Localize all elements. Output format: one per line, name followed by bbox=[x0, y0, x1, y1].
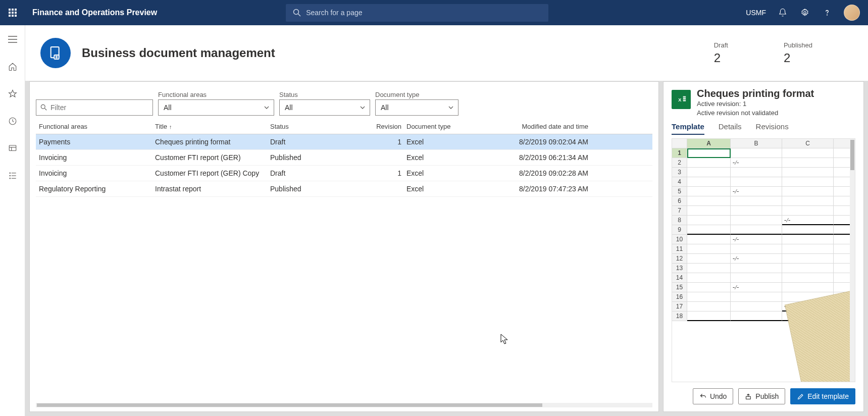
cell-status: Draft bbox=[270, 169, 361, 177]
grid-header: Functional areas Title↑ Status Revision … bbox=[36, 119, 652, 134]
search-icon bbox=[293, 9, 301, 17]
svg-line-22 bbox=[44, 108, 46, 110]
side-panel: X Cheques printing format Active revisio… bbox=[663, 81, 864, 412]
filter-icon bbox=[40, 104, 47, 111]
filter-fa-value: All bbox=[164, 103, 172, 112]
table-row[interactable]: InvoicingCustomer FTI report (GER)Publis… bbox=[36, 150, 652, 166]
cell-title: Cheques printing format bbox=[155, 138, 270, 146]
hamburger-icon[interactable] bbox=[5, 31, 21, 47]
gear-icon[interactable] bbox=[799, 7, 810, 18]
svg-rect-25 bbox=[683, 96, 686, 98]
tab-revisions[interactable]: Revisions bbox=[756, 122, 789, 135]
svg-text:X: X bbox=[678, 97, 682, 102]
publish-button[interactable]: Publish bbox=[738, 388, 785, 404]
svg-point-3 bbox=[827, 15, 828, 15]
filter-functional-areas: Functional areas All bbox=[158, 91, 274, 116]
cell-revision: 1 bbox=[361, 169, 406, 177]
top-navbar: Finance and Operations Preview USMF bbox=[0, 0, 868, 25]
stat-draft[interactable]: Draft 2 bbox=[714, 41, 728, 65]
grid-body: PaymentsCheques printing formatDraft1Exc… bbox=[36, 134, 652, 403]
side-sub2: Active revision not validated bbox=[697, 109, 814, 118]
sheet-preview[interactable]: ABCD12-/-345-/-678-/-910-/-1112-/-131415… bbox=[672, 138, 855, 382]
filter-text[interactable] bbox=[50, 103, 148, 112]
side-sub1: Active revision: 1 bbox=[697, 99, 814, 109]
tab-template[interactable]: Template bbox=[672, 122, 704, 135]
filter-status-select[interactable]: All bbox=[279, 99, 370, 116]
cell-doctype: Excel bbox=[406, 153, 492, 162]
table-row[interactable]: InvoicingCustomer FTI report (GER) CopyD… bbox=[36, 166, 652, 181]
scrollbar-thumb[interactable] bbox=[37, 403, 542, 407]
content: Business document management Draft 2 Pub… bbox=[25, 25, 868, 416]
filter-doctype-select[interactable]: All bbox=[375, 99, 458, 116]
cell-fa: Invoicing bbox=[39, 169, 155, 177]
col-doctype[interactable]: Document type bbox=[406, 123, 492, 130]
filter-fa-label: Functional areas bbox=[158, 91, 274, 98]
left-rail bbox=[0, 25, 25, 416]
svg-point-11 bbox=[10, 173, 11, 174]
cell-title: Customer FTI report (GER) Copy bbox=[155, 169, 270, 177]
cell-fa: Payments bbox=[39, 138, 155, 146]
svg-rect-8 bbox=[9, 145, 16, 151]
cell-fa: Regulatory Reporting bbox=[39, 185, 155, 193]
favorites-icon[interactable] bbox=[5, 86, 21, 102]
svg-point-13 bbox=[10, 175, 11, 176]
undo-button[interactable]: Undo bbox=[693, 388, 733, 404]
global-search[interactable] bbox=[286, 4, 548, 22]
cell-title: Customer FTI report (GER) bbox=[155, 153, 270, 162]
side-actions: Undo Publish Edit template bbox=[672, 388, 855, 404]
edit-template-button[interactable]: Edit template bbox=[790, 388, 855, 404]
svg-point-21 bbox=[41, 105, 45, 109]
avatar[interactable] bbox=[844, 5, 860, 21]
page-title: Business document management bbox=[82, 46, 275, 60]
page-header: Business document management Draft 2 Pub… bbox=[25, 25, 868, 81]
waffle-button[interactable] bbox=[0, 0, 25, 25]
svg-rect-18 bbox=[54, 55, 59, 59]
svg-line-1 bbox=[298, 14, 301, 17]
notifications-icon[interactable] bbox=[777, 7, 788, 18]
stat-published-label: Published bbox=[784, 41, 812, 49]
main-panel: Functional areas All Status All bbox=[29, 81, 659, 412]
cell-modified: 8/2/2019 09:02:28 AM bbox=[492, 169, 588, 177]
col-status[interactable]: Status bbox=[270, 123, 361, 130]
col-modified[interactable]: Modified date and time bbox=[492, 123, 588, 130]
filter-input[interactable] bbox=[36, 99, 153, 116]
waffle-icon bbox=[9, 9, 17, 17]
modules-icon[interactable] bbox=[5, 168, 21, 184]
col-functional-areas[interactable]: Functional areas bbox=[39, 123, 155, 130]
home-icon[interactable] bbox=[5, 59, 21, 75]
filter-status-label: Status bbox=[279, 91, 370, 98]
table-row[interactable]: Regulatory ReportingIntrastat reportPubl… bbox=[36, 181, 652, 197]
svg-point-15 bbox=[10, 178, 11, 179]
col-revision[interactable]: Revision bbox=[361, 123, 406, 130]
side-tabs: Template Details Revisions bbox=[672, 122, 855, 135]
svg-point-0 bbox=[294, 10, 299, 15]
cell-status: Published bbox=[270, 185, 361, 193]
col-title[interactable]: Title↑ bbox=[155, 123, 270, 130]
cell-doctype: Excel bbox=[406, 138, 492, 146]
company-picker[interactable]: USMF bbox=[746, 9, 766, 17]
search-input[interactable] bbox=[306, 9, 541, 17]
cell-status: Draft bbox=[270, 138, 361, 146]
grid-h-scrollbar[interactable] bbox=[36, 403, 652, 407]
publish-icon bbox=[745, 393, 752, 400]
recent-icon[interactable] bbox=[5, 113, 21, 129]
stats: Draft 2 Published 2 bbox=[714, 41, 853, 65]
edit-icon bbox=[797, 393, 804, 400]
stat-published[interactable]: Published 2 bbox=[784, 41, 812, 65]
chevron-down-icon bbox=[448, 105, 454, 111]
svg-rect-26 bbox=[683, 98, 686, 99]
scrollbar-thumb[interactable] bbox=[850, 140, 854, 170]
help-icon[interactable] bbox=[822, 7, 833, 18]
svg-rect-27 bbox=[683, 100, 686, 101]
filter-doctype-label: Document type bbox=[375, 91, 458, 98]
workspaces-icon[interactable] bbox=[5, 140, 21, 157]
side-title: Cheques printing format bbox=[697, 88, 814, 99]
excel-icon: X bbox=[672, 90, 691, 109]
chevron-down-icon bbox=[264, 105, 270, 111]
tab-details[interactable]: Details bbox=[719, 122, 742, 135]
filter-fa-select[interactable]: All bbox=[158, 99, 274, 116]
stat-draft-value: 2 bbox=[714, 51, 728, 65]
svg-rect-28 bbox=[746, 396, 751, 399]
table-row[interactable]: PaymentsCheques printing formatDraft1Exc… bbox=[36, 134, 652, 150]
sheet-v-scrollbar[interactable] bbox=[850, 139, 855, 382]
